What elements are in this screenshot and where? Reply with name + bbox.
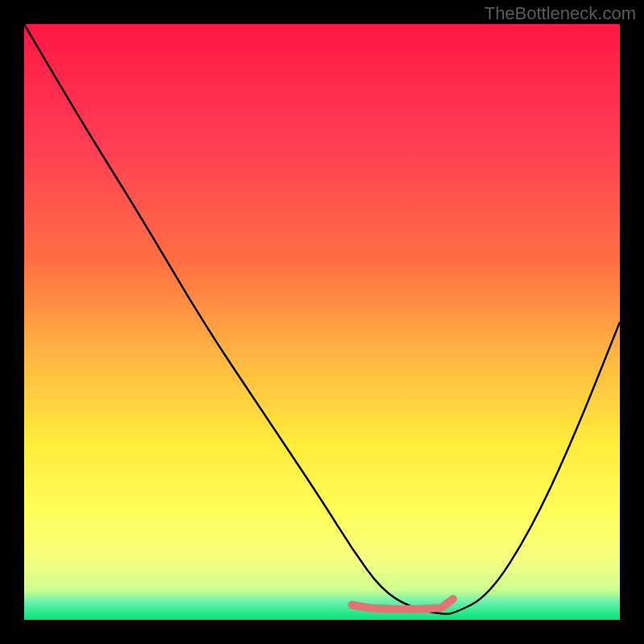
chart-svg (24, 24, 620, 620)
watermark-text: TheBottleneck.com (485, 3, 636, 24)
plot-area (24, 24, 620, 620)
chart-container: TheBottleneck.com (0, 0, 644, 644)
gradient-background (24, 24, 620, 620)
